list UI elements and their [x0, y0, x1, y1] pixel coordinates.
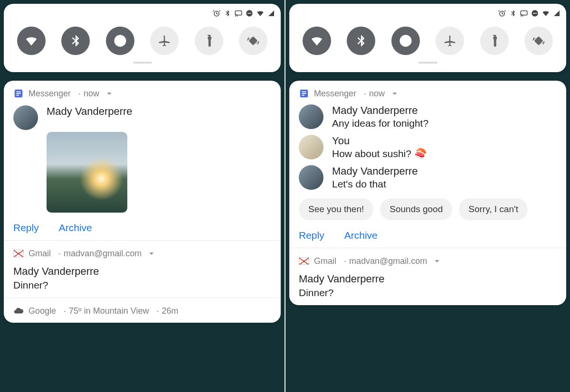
chevron-down-icon[interactable] [432, 256, 442, 266]
sender-avatar [299, 165, 323, 190]
app-name: Google [28, 306, 56, 316]
image-attachment[interactable] [47, 132, 127, 213]
smart-reply-chip[interactable]: Sorry, I can't [459, 198, 528, 220]
app-name: Messenger [28, 89, 71, 99]
wifi-icon [542, 9, 550, 18]
qs-tile-dnd[interactable] [106, 27, 134, 55]
messenger-notification[interactable]: Messenger now Mady Vanderperre Reply Arc… [4, 81, 281, 240]
notification-header[interactable]: Gmail madvan@gmail.com [13, 248, 271, 259]
weather-notification[interactable]: Google 75º in Mountain View 26m [4, 298, 281, 323]
email-sender: Mady Vanderperre [13, 265, 271, 278]
drag-handle[interactable] [133, 62, 152, 64]
timestamp: 26m [153, 306, 178, 316]
message-text: How about sushi? 🍣 [332, 148, 427, 159]
reply-button[interactable]: Reply [299, 230, 324, 241]
bluetooth-icon [224, 9, 231, 17]
bluetooth-icon [509, 9, 517, 17]
notification-header[interactable]: Gmail madvan@gmail.com [299, 256, 557, 266]
screen-right: Messenger now Mady VanderperreAny ideas … [285, 0, 570, 392]
message-row: YouHow about sushi? 🍣 [299, 135, 557, 159]
cell-icon [267, 9, 275, 17]
qs-tile-row [294, 19, 561, 55]
gmail-notification[interactable]: Gmail madvan@gmail.com Mady Vanderperre … [289, 248, 566, 305]
messenger-notification[interactable]: Messenger now Mady VanderperreAny ideas … [289, 81, 566, 248]
smart-reply-chip[interactable]: Sounds good [380, 198, 452, 220]
cast-icon [520, 9, 528, 18]
messenger-icon [13, 88, 24, 99]
account-label: madvan@gmail.com [56, 249, 142, 259]
archive-button[interactable]: Archive [344, 230, 378, 241]
reply-button[interactable]: Reply [13, 222, 39, 233]
sender-avatar [299, 104, 323, 129]
gmail-notification[interactable]: Gmail madvan@gmail.com Mady Vanderperre … [4, 240, 281, 298]
email-sender: Mady Vanderperre [299, 273, 557, 285]
qs-tile-autorotate[interactable] [524, 27, 553, 55]
account-label: madvan@gmail.com [341, 256, 427, 266]
qs-tile-bluetooth[interactable] [347, 27, 375, 55]
qs-tile-wifi[interactable] [17, 27, 46, 55]
qs-tile-airplane[interactable] [150, 27, 179, 55]
quick-settings-panel-left[interactable] [4, 4, 281, 72]
alarm-icon [498, 9, 506, 18]
wifi-icon [256, 9, 265, 18]
message-text: Let's do that [332, 178, 418, 190]
qs-tile-flashlight[interactable] [480, 27, 509, 55]
sender-avatar [13, 105, 38, 130]
timestamp: now [76, 89, 99, 99]
messenger-icon [299, 88, 309, 99]
app-name: Gmail [28, 249, 51, 259]
qs-tile-dnd[interactable] [391, 27, 420, 55]
cell-icon [553, 9, 560, 17]
notification-header[interactable]: Messenger now [13, 88, 271, 99]
sender-name: Mady Vanderperre [332, 104, 428, 117]
chevron-down-icon[interactable] [390, 88, 400, 99]
qs-tile-bluetooth[interactable] [61, 27, 90, 55]
sender-avatar [299, 135, 323, 159]
notification-header[interactable]: Messenger now [299, 88, 557, 99]
message-row: Mady VanderperreLet's do that [299, 165, 557, 190]
cast-icon [234, 9, 243, 18]
app-name: Messenger [314, 89, 356, 99]
status-bar [9, 8, 276, 19]
alarm-icon [212, 9, 221, 18]
status-bar [294, 8, 561, 19]
archive-button[interactable]: Archive [59, 222, 92, 233]
gmail-icon [13, 248, 24, 259]
qs-tile-row [9, 19, 276, 55]
dnd-icon [246, 9, 253, 17]
qs-tile-wifi[interactable] [303, 27, 331, 55]
sender-name: Mady Vanderperre [332, 165, 418, 177]
notification-header[interactable]: Google 75º in Mountain View 26m [13, 306, 271, 316]
chevron-down-icon[interactable] [104, 88, 114, 99]
timestamp: now [361, 89, 385, 99]
sender-name: Mady Vanderperre [47, 105, 133, 118]
message-text: Any ideas for tonight? [332, 118, 428, 129]
email-snippet: Dinner? [299, 287, 557, 299]
notification-panel-left: Messenger now Mady Vanderperre Reply Arc… [4, 81, 281, 323]
cloud-icon [13, 306, 24, 316]
smart-reply-chip[interactable]: See you then! [299, 198, 373, 220]
quick-settings-panel-right[interactable] [289, 4, 566, 72]
screen-left: Messenger now Mady Vanderperre Reply Arc… [0, 0, 285, 392]
app-name: Gmail [314, 256, 336, 266]
weather-summary: 75º in Mountain View [61, 306, 149, 316]
qs-tile-airplane[interactable] [436, 27, 464, 55]
qs-tile-flashlight[interactable] [195, 27, 223, 55]
gmail-icon [299, 256, 309, 266]
message-row: Mady VanderperreAny ideas for tonight? [299, 104, 557, 129]
sender-name: You [332, 135, 427, 147]
notification-panel-right: Messenger now Mady VanderperreAny ideas … [289, 81, 566, 305]
drag-handle[interactable] [418, 62, 437, 64]
qs-tile-autorotate[interactable] [239, 27, 267, 55]
dnd-icon [531, 9, 539, 17]
chevron-down-icon[interactable] [146, 248, 157, 259]
email-snippet: Dinner? [13, 280, 271, 291]
